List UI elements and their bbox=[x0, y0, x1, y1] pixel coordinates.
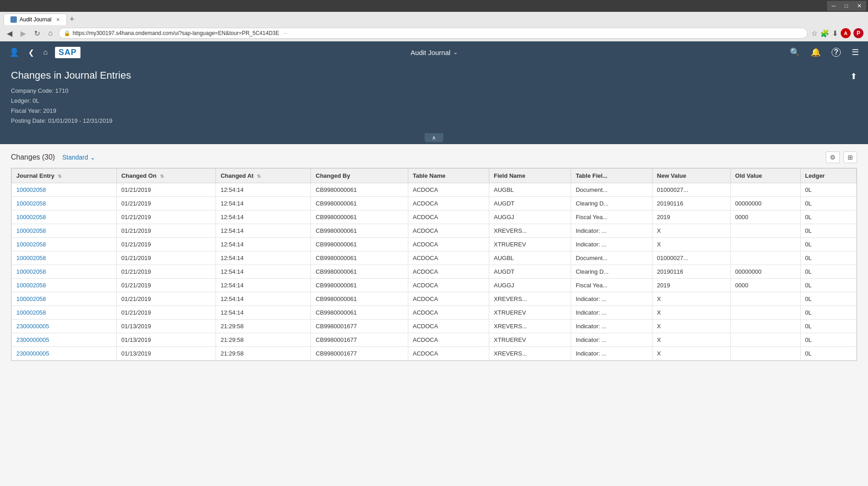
cell-table_name: ACDOCA bbox=[408, 210, 489, 224]
cell-changed_on: 01/21/2019 bbox=[116, 224, 216, 238]
cell-changed_by: CB9980000061 bbox=[311, 292, 408, 306]
cell-new_value: X bbox=[652, 333, 730, 347]
table-title: Changes (30) bbox=[11, 153, 55, 161]
cell-new_value: 20190116 bbox=[652, 265, 730, 279]
cell-journal_entry[interactable]: 100002058 bbox=[12, 265, 117, 279]
cell-new_value: 01000027... bbox=[652, 183, 730, 197]
cell-journal_entry[interactable]: 2300000005 bbox=[12, 347, 117, 361]
user-menu-button[interactable]: 👤 bbox=[7, 45, 21, 59]
sap-logo: SAP bbox=[55, 47, 80, 58]
cell-journal_entry[interactable]: 100002058 bbox=[12, 197, 117, 210]
window-maximize-button[interactable]: □ bbox=[840, 1, 853, 11]
content-header: Changes in Journal Entries Company Code:… bbox=[0, 63, 868, 133]
cell-journal_entry[interactable]: 100002058 bbox=[12, 292, 117, 306]
cell-field_name: XREVERS... bbox=[489, 292, 571, 306]
menu-button[interactable]: ☰ bbox=[850, 45, 861, 59]
cell-table_name: ACDOCA bbox=[408, 197, 489, 210]
cell-changed_at: 21:29:58 bbox=[216, 320, 311, 333]
cell-journal_entry[interactable]: 100002058 bbox=[12, 183, 117, 197]
app-title-arrow-icon[interactable]: ⌄ bbox=[453, 49, 458, 55]
cell-table_field: Document... bbox=[571, 183, 652, 197]
cell-changed_at: 21:29:58 bbox=[216, 333, 311, 347]
cell-field_name: AUGDT bbox=[489, 265, 571, 279]
cell-changed_on: 01/21/2019 bbox=[116, 265, 216, 279]
window-minimize-button[interactable]: ─ bbox=[827, 1, 840, 11]
cell-old_value bbox=[730, 292, 800, 306]
view-selector[interactable]: Standard ⌄ bbox=[62, 154, 95, 161]
cell-table_field: Indicator: ... bbox=[571, 224, 652, 238]
cell-table_field: Clearing D... bbox=[571, 265, 652, 279]
back-icon: ❮ bbox=[28, 48, 34, 57]
cell-journal_entry[interactable]: 100002058 bbox=[12, 251, 117, 265]
back-button[interactable]: ❮ bbox=[26, 46, 36, 59]
user-icon: 👤 bbox=[9, 47, 19, 57]
cell-journal_entry[interactable]: 100002058 bbox=[12, 306, 117, 320]
help-button[interactable]: ? bbox=[830, 46, 843, 59]
cell-field_name: XREVERS... bbox=[489, 320, 571, 333]
cell-ledger: 0L bbox=[800, 224, 856, 238]
col-old-value: Old Value bbox=[730, 169, 800, 183]
cell-ledger: 0L bbox=[800, 279, 856, 292]
address-bar[interactable]: 🔒 https://my300197.s4hana.ondemand.com/u… bbox=[59, 28, 808, 39]
notification-button[interactable]: 🔔 bbox=[809, 45, 823, 59]
cell-table_field: Indicator: ... bbox=[571, 333, 652, 347]
cell-journal_entry[interactable]: 100002058 bbox=[12, 224, 117, 238]
extensions-icon[interactable]: 🧩 bbox=[820, 29, 829, 38]
cell-old_value: 00000000 bbox=[730, 197, 800, 210]
cell-journal_entry[interactable]: 100002058 bbox=[12, 279, 117, 292]
home-button[interactable]: ⌂ bbox=[41, 46, 50, 58]
tab-title: Audit Journal bbox=[20, 16, 51, 23]
col-changed-at[interactable]: Changed At ⇅ bbox=[216, 169, 311, 183]
download-icon[interactable]: ⬇ bbox=[832, 29, 838, 38]
collapse-button[interactable]: ∧ bbox=[425, 133, 443, 142]
menu-icon: ☰ bbox=[852, 47, 859, 57]
tab-close-button[interactable]: ✕ bbox=[56, 17, 60, 23]
collapse-arrow-icon: ∧ bbox=[432, 135, 436, 141]
sort-journal-entry-icon[interactable]: ⇅ bbox=[58, 174, 61, 179]
nav-home-button[interactable]: ⌂ bbox=[46, 28, 55, 38]
col-old-value-label: Old Value bbox=[735, 172, 762, 179]
company-code: Company Code: 1710 bbox=[11, 86, 131, 96]
cell-changed_on: 01/21/2019 bbox=[116, 238, 216, 251]
cell-table_field: Fiscal Yea... bbox=[571, 210, 652, 224]
pinterest-icon[interactable]: P bbox=[853, 28, 863, 38]
cell-changed_at: 12:54:14 bbox=[216, 210, 311, 224]
cell-table_field: Indicator: ... bbox=[571, 292, 652, 306]
cell-journal_entry[interactable]: 100002058 bbox=[12, 210, 117, 224]
export-button[interactable]: ⊞ bbox=[843, 151, 857, 163]
cell-field_name: XTRUEREV bbox=[489, 238, 571, 251]
nav-back-button[interactable]: ◀ bbox=[5, 28, 15, 39]
share-button[interactable]: ⬆ bbox=[850, 71, 857, 81]
nav-refresh-button[interactable]: ↻ bbox=[32, 28, 42, 39]
search-button[interactable]: 🔍 bbox=[788, 45, 802, 59]
window-close-button[interactable]: ✕ bbox=[853, 1, 866, 11]
table-row: 10000205801/21/201912:54:14CB9980000061A… bbox=[12, 210, 857, 224]
cell-ledger: 0L bbox=[800, 306, 856, 320]
cell-ledger: 0L bbox=[800, 210, 856, 224]
cell-changed_on: 01/21/2019 bbox=[116, 197, 216, 210]
cell-journal_entry[interactable]: 2300000005 bbox=[12, 333, 117, 347]
sort-changed-at-icon[interactable]: ⇅ bbox=[257, 174, 261, 179]
col-table-field-label: Table Fiel... bbox=[576, 172, 607, 179]
cell-field_name: AUGDT bbox=[489, 197, 571, 210]
new-tab-button[interactable]: + bbox=[67, 15, 77, 24]
settings-button[interactable]: ⚙ bbox=[826, 151, 840, 163]
url-text: https://my300197.s4hana.ondemand.com/ui?… bbox=[73, 30, 279, 36]
cell-ledger: 0L bbox=[800, 265, 856, 279]
cell-old_value: 00000000 bbox=[730, 265, 800, 279]
table-row: 230000000501/13/201921:29:58CB9980001677… bbox=[12, 333, 857, 347]
nav-forward-button[interactable]: ▶ bbox=[18, 28, 28, 39]
cell-table_name: ACDOCA bbox=[408, 333, 489, 347]
sort-changed-on-icon[interactable]: ⇅ bbox=[160, 174, 164, 179]
profile-icon[interactable]: A bbox=[841, 28, 851, 38]
cell-journal_entry[interactable]: 100002058 bbox=[12, 238, 117, 251]
bookmark-star-icon[interactable]: ☆ bbox=[811, 29, 818, 38]
browser-tab[interactable]: Audit Journal ✕ bbox=[4, 14, 67, 25]
cell-old_value: 0000 bbox=[730, 279, 800, 292]
col-journal-entry[interactable]: Journal Entry ⇅ bbox=[12, 169, 117, 183]
cell-journal_entry[interactable]: 2300000005 bbox=[12, 320, 117, 333]
cell-new_value: X bbox=[652, 347, 730, 361]
cell-old_value bbox=[730, 224, 800, 238]
cell-changed_by: CB9980000061 bbox=[311, 183, 408, 197]
col-changed-on[interactable]: Changed On ⇅ bbox=[116, 169, 216, 183]
